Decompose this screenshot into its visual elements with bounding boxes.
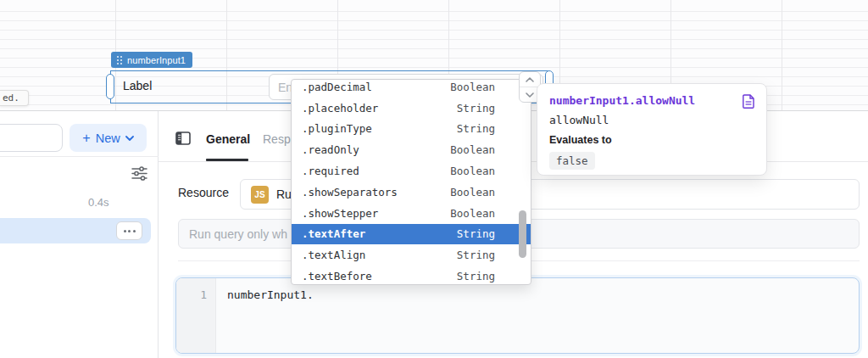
clipped-tooltip-text: ed. — [3, 92, 19, 103]
clipped-tooltip: ed. — [0, 90, 29, 106]
query-duration: 0.4s — [88, 196, 109, 209]
autocomplete-item[interactable]: .placeholderString — [292, 98, 531, 119]
docs-icon[interactable] — [743, 94, 754, 109]
dropdown-scrollbar[interactable] — [519, 210, 526, 258]
selected-query-row[interactable] — [0, 218, 151, 243]
autocomplete-item-selected[interactable]: .textAfterString — [292, 224, 531, 245]
autocomplete-item[interactable]: .padDecimalBoolean — [292, 79, 531, 98]
panel-divider — [0, 156, 159, 157]
code-editor[interactable]: 1 numberInput1. — [175, 277, 860, 354]
query-search-input[interactable] — [0, 124, 63, 152]
filter-sliders-icon[interactable] — [131, 165, 147, 182]
component-tag-numberinput1[interactable]: numberInput1 — [111, 52, 192, 68]
new-query-button[interactable]: + New — [70, 124, 147, 152]
resource-name: Ru — [276, 187, 292, 201]
autocomplete-item[interactable]: .pluginTypeString — [292, 119, 531, 140]
more-options-icon — [124, 230, 126, 232]
resource-label: Resource — [178, 186, 229, 199]
chevron-down-icon — [526, 92, 534, 98]
autocomplete-item[interactable]: .requiredBoolean — [292, 160, 531, 182]
autocomplete-dropdown: .padDecimalBoolean .placeholderString .p… — [291, 79, 531, 285]
autocomplete-item[interactable]: .showSeparatorsBoolean — [292, 182, 531, 203]
resize-handle-left[interactable] — [106, 74, 114, 99]
tab-general[interactable]: General — [206, 132, 250, 146]
sidebar-toggle-icon[interactable] — [175, 131, 191, 146]
autocomplete-item[interactable]: .textAlignString — [292, 244, 531, 266]
chevron-up-icon — [526, 77, 534, 82]
stepper-up-button[interactable] — [520, 72, 540, 87]
chevron-down-icon — [125, 136, 134, 141]
query-more-options-button[interactable] — [116, 221, 142, 240]
component-tag-label: numberInput1 — [127, 55, 186, 65]
code-content[interactable]: numberInput1. — [216, 278, 314, 353]
evaluation-title: numberInput1.allowNull — [549, 94, 695, 107]
evaluation-popover: numberInput1.allowNull allowNull Evaluat… — [537, 83, 767, 176]
evaluation-value-badge: false — [549, 152, 595, 170]
plus-icon: + — [82, 131, 90, 145]
autocomplete-list: .padDecimalBoolean .placeholderString .p… — [292, 79, 531, 285]
evaluation-property: allowNull — [549, 114, 754, 126]
query-list-panel: + New 0.4s — [0, 111, 159, 358]
line-number-gutter: 1 — [176, 278, 216, 353]
app-window: ed. numberInput1 Label — [0, 0, 868, 358]
autocomplete-item[interactable]: .readOnlyBoolean — [292, 139, 531, 160]
autocomplete-item[interactable]: .showStepperBoolean — [292, 203, 531, 224]
line-number: 1 — [200, 288, 207, 301]
component-label: Label — [123, 79, 152, 92]
drag-handle-icon — [116, 55, 123, 65]
js-resource-icon: JS — [251, 186, 269, 204]
evaluates-to-label: Evaluates to — [549, 134, 754, 146]
autocomplete-item[interactable]: .textBeforeString — [292, 266, 531, 285]
